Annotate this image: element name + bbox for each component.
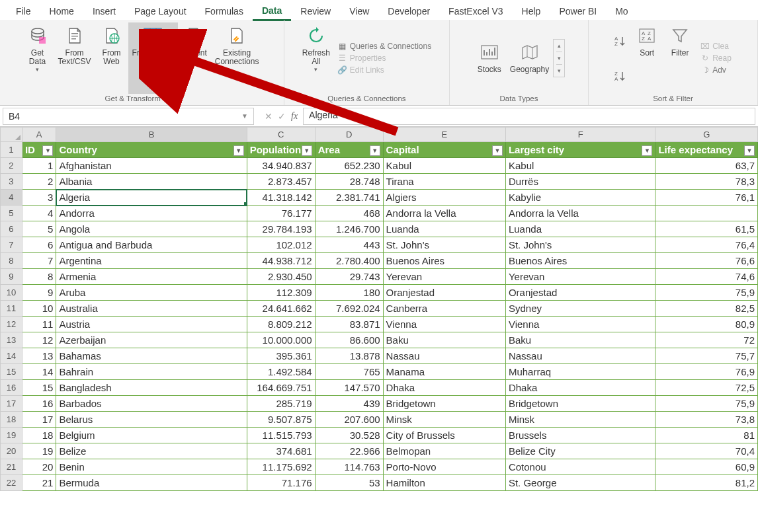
cell[interactable]: 11: [22, 317, 56, 332]
queries-connections-button[interactable]: ▦ Queries & Connections: [337, 41, 433, 52]
cell[interactable]: 4: [22, 206, 56, 221]
cell[interactable]: 7.692.024: [315, 301, 383, 317]
cell[interactable]: Durrës: [505, 174, 655, 190]
tab-mo[interactable]: Mo: [606, 3, 637, 20]
cell[interactable]: 75,9: [655, 396, 758, 412]
cell[interactable]: St. George: [505, 475, 655, 491]
row-header[interactable]: 16: [1, 380, 22, 396]
cell[interactable]: 8: [22, 269, 56, 285]
cell[interactable]: 11.515.793: [247, 428, 315, 443]
cell[interactable]: Luanda: [383, 221, 505, 237]
cell[interactable]: Algeria: [56, 190, 247, 206]
cell[interactable]: 82,5: [655, 301, 758, 317]
cell[interactable]: Barbados: [56, 396, 247, 412]
column-header-D[interactable]: D: [315, 128, 383, 142]
sort-button[interactable]: AZZA Sort: [630, 22, 663, 94]
cell[interactable]: 2.873.457: [247, 174, 315, 190]
tab-fastexcel-v3[interactable]: FastExcel V3: [439, 3, 512, 20]
tab-developer[interactable]: Developer: [378, 3, 439, 20]
cell[interactable]: Albania: [56, 174, 247, 190]
cell[interactable]: Armenia: [56, 269, 247, 285]
cell[interactable]: 60,9: [655, 459, 758, 475]
cell[interactable]: Buenos Aires: [505, 253, 655, 269]
cell[interactable]: 10: [22, 301, 56, 317]
table-header-cell[interactable]: Country▼: [56, 142, 247, 158]
tab-help[interactable]: Help: [513, 3, 550, 20]
row-header[interactable]: 4: [1, 190, 22, 206]
cell[interactable]: Kabul: [383, 158, 505, 174]
cell[interactable]: 9: [22, 285, 56, 301]
cell[interactable]: 13: [22, 348, 56, 364]
filter-dropdown-icon[interactable]: ▼: [42, 145, 53, 156]
tab-review[interactable]: Review: [291, 3, 340, 20]
cell[interactable]: Aruba: [56, 285, 247, 301]
table-header-cell[interactable]: Area▼: [315, 142, 383, 158]
cell[interactable]: Oranjestad: [383, 285, 505, 301]
cell[interactable]: Andorra la Vella: [383, 206, 505, 221]
cell[interactable]: 75,9: [655, 285, 758, 301]
cell[interactable]: 70,4: [655, 443, 758, 459]
column-header-E[interactable]: E: [383, 128, 505, 142]
cell[interactable]: 9.507.875: [247, 412, 315, 428]
cancel-icon[interactable]: ✕: [265, 111, 273, 122]
table-header-cell[interactable]: Population▼: [247, 142, 315, 158]
cell[interactable]: 2: [22, 174, 56, 190]
cell[interactable]: Kabul: [505, 158, 655, 174]
scroll-up-icon[interactable]: ▴: [556, 40, 562, 52]
cell[interactable]: 19: [22, 443, 56, 459]
column-header-A[interactable]: A: [22, 128, 56, 142]
tab-view[interactable]: View: [340, 3, 378, 20]
row-header[interactable]: 2: [1, 158, 22, 174]
from-text-csv-button[interactable]: From Text/CSV: [54, 22, 95, 94]
cell[interactable]: Benin: [56, 459, 247, 475]
cell[interactable]: Luanda: [505, 221, 655, 237]
cell[interactable]: 765: [315, 364, 383, 380]
cell[interactable]: Belarus: [56, 412, 247, 428]
cell[interactable]: 75,7: [655, 348, 758, 364]
cell[interactable]: 71.176: [247, 475, 315, 491]
enter-icon[interactable]: ✓: [278, 111, 286, 122]
column-header-F[interactable]: F: [505, 128, 655, 142]
cell[interactable]: Argentina: [56, 253, 247, 269]
column-header-G[interactable]: G: [655, 128, 758, 142]
fx-icon[interactable]: fx: [291, 111, 298, 122]
select-all-corner[interactable]: [1, 128, 22, 142]
row-header[interactable]: 1: [1, 142, 22, 158]
cell[interactable]: Afghanistan: [56, 158, 247, 174]
cell[interactable]: 74,6: [655, 269, 758, 285]
cell[interactable]: Brussels: [505, 428, 655, 443]
cell[interactable]: Muharraq: [505, 364, 655, 380]
cell[interactable]: 395.361: [247, 348, 315, 364]
cell[interactable]: 8.809.212: [247, 317, 315, 332]
sort-asc-button[interactable]: AZ: [613, 34, 628, 48]
tab-formulas[interactable]: Formulas: [196, 3, 253, 20]
cell[interactable]: 11.175.692: [247, 459, 315, 475]
cell[interactable]: 81,2: [655, 475, 758, 491]
cell[interactable]: 76,1: [655, 190, 758, 206]
cell[interactable]: Bridgetown: [383, 396, 505, 412]
cell[interactable]: 2.381.741: [315, 190, 383, 206]
cell[interactable]: Bermuda: [56, 475, 247, 491]
row-header[interactable]: 22: [1, 475, 22, 491]
cell[interactable]: 44.938.712: [247, 253, 315, 269]
cell[interactable]: Yerevan: [383, 269, 505, 285]
row-header[interactable]: 14: [1, 348, 22, 364]
row-header[interactable]: 5: [1, 206, 22, 221]
cell[interactable]: Andorra la Vella: [505, 206, 655, 221]
cell[interactable]: 2.930.450: [247, 269, 315, 285]
row-header[interactable]: 13: [1, 332, 22, 348]
cell[interactable]: 86.600: [315, 332, 383, 348]
cell[interactable]: 16: [22, 396, 56, 412]
cell[interactable]: 78,3: [655, 174, 758, 190]
cell[interactable]: Yerevan: [505, 269, 655, 285]
cell[interactable]: Dhaka: [505, 380, 655, 396]
filter-dropdown-icon[interactable]: ▼: [302, 145, 312, 156]
get-data-button[interactable]: Get Data ▾: [21, 22, 54, 94]
cell[interactable]: Baku: [383, 332, 505, 348]
cell[interactable]: 63,7: [655, 158, 758, 174]
worksheet-grid[interactable]: ABCDEFG 1ID▼Country▼Population▼Area▼Capi…: [0, 127, 758, 491]
cell[interactable]: 17: [22, 412, 56, 428]
row-header[interactable]: 15: [1, 364, 22, 380]
cell[interactable]: 76,6: [655, 253, 758, 269]
filter-dropdown-icon[interactable]: ▼: [233, 145, 244, 156]
